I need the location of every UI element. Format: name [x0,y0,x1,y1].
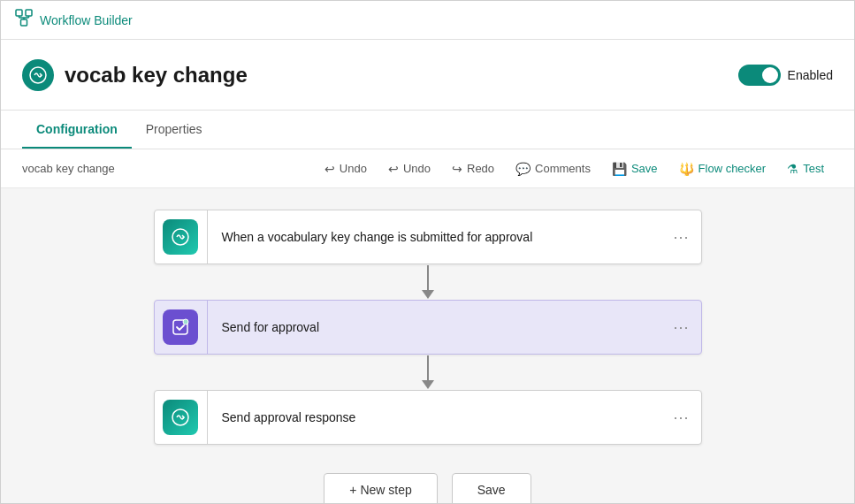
step-approval-icon [163,309,198,345]
save-icon: 💾 [612,162,627,176]
step-response-icon-area [155,391,208,444]
step-approval-icon-area [155,301,208,354]
svg-point-10 [183,319,188,325]
header-section: vocab key change Enabled [1,40,854,111]
enabled-toggle[interactable] [738,65,781,86]
arrow-head-1 [422,290,434,299]
arrow-1 [422,264,434,300]
workflow-title: vocab key change [65,63,248,88]
toggle-area: Enabled [738,65,833,86]
step-response-menu[interactable]: ··· [662,391,701,444]
arrow-line-2 [427,355,429,380]
step-approval-label: Send for approval [208,320,662,334]
svg-rect-1 [26,10,32,16]
redo-button[interactable]: ↪ Redo [443,157,503,180]
step-trigger-label: When a vocabulary key change is submitte… [208,230,662,244]
undo1-icon: ↩ [324,162,335,176]
test-button[interactable]: ⚗ Test [778,157,833,180]
step-response-label: Send approval response [208,410,662,424]
redo-icon: ↪ [452,162,462,176]
step-trigger-menu[interactable]: ··· [662,210,701,263]
workflow-icon [22,59,54,91]
arrow-line-1 [427,265,429,290]
svg-rect-0 [16,10,22,16]
header-left: vocab key change [22,59,248,91]
toggle-label: Enabled [788,68,833,82]
breadcrumb: vocab key change [22,162,115,175]
toolbar: vocab key change ↩ Undo ↩ Undo ↪ Redo 💬 … [1,149,854,188]
comments-icon: 💬 [515,162,531,176]
workflow-canvas: When a vocabulary key change is submitte… [1,188,854,504]
workflow-builder-icon [15,9,33,31]
new-step-button[interactable]: + New step [324,473,437,504]
bottom-actions: + New step Save [324,462,531,504]
flow-checker-icon: 🔱 [679,162,694,176]
top-bar-title: Workflow Builder [40,13,133,27]
flow-checker-button[interactable]: 🔱 Flow checker [670,157,775,180]
tabs-bar: Configuration Properties [1,111,854,149]
top-bar: Workflow Builder [1,1,854,40]
step-response[interactable]: Send approval response ··· [154,390,702,445]
toolbar-actions: ↩ Undo ↩ Undo ↪ Redo 💬 Comments 💾 Save 🔱… [316,157,833,180]
step-trigger-icon [163,219,198,255]
step-approval[interactable]: Send for approval ··· [154,300,702,355]
svg-rect-2 [21,19,27,26]
step-approval-menu[interactable]: ··· [662,301,701,354]
step-trigger-icon-area [155,210,208,263]
workflow-container: When a vocabulary key change is submitte… [1,210,854,445]
step-trigger[interactable]: When a vocabulary key change is submitte… [154,210,702,264]
step-response-icon [163,400,198,435]
undo1-button[interactable]: ↩ Undo [316,157,376,180]
tab-configuration[interactable]: Configuration [22,111,132,149]
arrow-head-2 [422,380,434,389]
arrow-2 [422,355,434,390]
undo2-icon: ↩ [388,162,399,176]
tab-properties[interactable]: Properties [132,111,217,149]
undo2-button[interactable]: ↩ Undo [379,157,439,180]
comments-button[interactable]: 💬 Comments [507,157,599,180]
save-bottom-button[interactable]: Save [452,473,531,504]
test-icon: ⚗ [787,162,798,176]
save-toolbar-button[interactable]: 💾 Save [603,157,667,180]
